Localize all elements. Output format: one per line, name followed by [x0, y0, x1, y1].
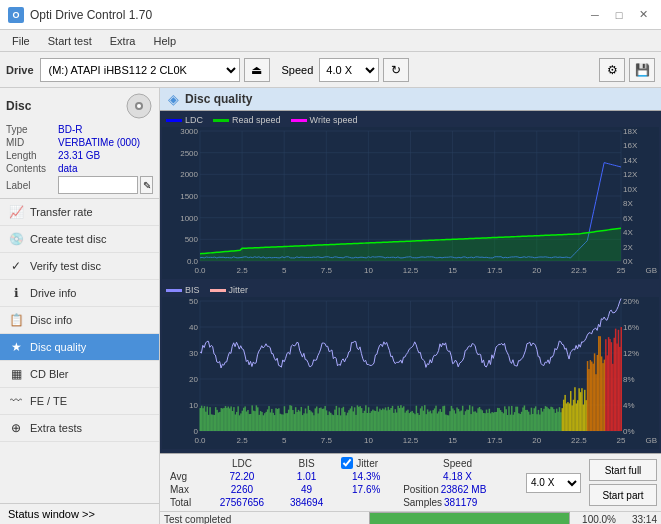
- nav-disc-quality-label: Disc quality: [30, 341, 86, 353]
- col-speed-header: Speed: [397, 456, 518, 470]
- bis-legend: BIS: [166, 285, 200, 295]
- avg-ldc: 72.20: [206, 470, 278, 483]
- label-label: Label: [6, 180, 58, 191]
- title-bar: O Opti Drive Control 1.70 ─ □ ✕: [0, 0, 661, 30]
- fe-te-icon: 〰: [8, 393, 24, 409]
- stats-speed-select[interactable]: 4.0 X 1.0 X 2.0 X: [526, 473, 581, 493]
- disc-panel: Disc Type BD-R MID VERBATIMe (000) Lengt…: [0, 88, 159, 199]
- nav-cd-bler[interactable]: ▦ CD Bler: [0, 361, 159, 388]
- menu-file[interactable]: File: [4, 33, 38, 49]
- jitter-legend: Jitter: [210, 285, 249, 295]
- read-speed-legend: Read speed: [213, 115, 281, 125]
- contents-label: Contents: [6, 163, 58, 174]
- charts-container: LDC Read speed Write speed: [160, 111, 661, 453]
- top-chart-canvas: [162, 127, 659, 279]
- nav-transfer-rate-label: Transfer rate: [30, 206, 93, 218]
- contents-value: data: [58, 163, 77, 174]
- drive-info-icon: ℹ: [8, 285, 24, 301]
- cd-bler-icon: ▦: [8, 366, 24, 382]
- status-window-button[interactable]: Status window >>: [0, 503, 159, 524]
- length-value: 23.31 GB: [58, 150, 100, 161]
- create-test-disc-icon: 💿: [8, 231, 24, 247]
- ldc-legend-label: LDC: [185, 115, 203, 125]
- nav-disc-quality[interactable]: ★ Disc quality: [0, 334, 159, 361]
- bottom-chart: BIS Jitter: [162, 283, 659, 451]
- mid-value: VERBATIMe (000): [58, 137, 140, 148]
- menu-bar: File Start test Extra Help: [0, 30, 661, 52]
- progress-bar: [369, 512, 570, 524]
- mid-label: MID: [6, 137, 58, 148]
- nav-drive-info[interactable]: ℹ Drive info: [0, 280, 159, 307]
- position-value: 23862 MB: [441, 484, 487, 495]
- svg-point-2: [137, 104, 141, 108]
- jitter-checkbox[interactable]: [341, 457, 353, 469]
- nav-disc-info[interactable]: 📋 Disc info: [0, 307, 159, 334]
- main-content: Disc Type BD-R MID VERBATIMe (000) Lengt…: [0, 88, 661, 524]
- start-full-button[interactable]: Start full: [589, 459, 657, 481]
- nav-disc-info-label: Disc info: [30, 314, 72, 326]
- content-area: ◈ Disc quality LDC Read speed: [160, 88, 661, 524]
- transfer-rate-icon: 📈: [8, 204, 24, 220]
- avg-jitter: 14.3%: [335, 470, 397, 483]
- time-text: 33:14: [622, 514, 657, 525]
- nav-extra-tests[interactable]: ⊕ Extra tests: [0, 415, 159, 442]
- nav-create-test-disc[interactable]: 💿 Create test disc: [0, 226, 159, 253]
- samples-value: 381179: [444, 497, 477, 508]
- nav-verify-test-disc[interactable]: ✓ Verify test disc: [0, 253, 159, 280]
- nav-fe-te[interactable]: 〰 FE / TE: [0, 388, 159, 415]
- type-value: BD-R: [58, 124, 82, 135]
- label-input[interactable]: [58, 176, 138, 194]
- col-bis-header: BIS: [278, 456, 336, 470]
- speed-select[interactable]: 4.0 X 1.0 X 2.0 X 6.0 X 8.0 X: [319, 58, 379, 82]
- nav-fe-te-label: FE / TE: [30, 395, 67, 407]
- settings-button[interactable]: ⚙: [599, 58, 625, 82]
- app-icon: O: [8, 7, 24, 23]
- stats-bar: LDC BIS Jitter Speed: [160, 453, 661, 511]
- avg-row-label: Avg: [164, 470, 206, 483]
- label-edit-button[interactable]: ✎: [140, 176, 153, 194]
- total-bis: 384694: [278, 496, 336, 509]
- drive-label: Drive: [6, 64, 34, 76]
- progress-fill: [370, 513, 569, 524]
- jitter-check-label[interactable]: Jitter: [341, 457, 391, 469]
- avg-speed: 4.18 X: [397, 470, 518, 483]
- disc-title: Disc: [6, 99, 31, 113]
- total-ldc: 27567656: [206, 496, 278, 509]
- max-bis: 49: [278, 483, 336, 496]
- menu-extra[interactable]: Extra: [102, 33, 144, 49]
- menu-help[interactable]: Help: [145, 33, 184, 49]
- top-chart: LDC Read speed Write speed: [162, 113, 659, 281]
- menu-start-test[interactable]: Start test: [40, 33, 100, 49]
- start-part-button[interactable]: Start part: [589, 484, 657, 506]
- nav-transfer-rate[interactable]: 📈 Transfer rate: [0, 199, 159, 226]
- chart-header: ◈ Disc quality: [160, 88, 661, 111]
- nav-cd-bler-label: CD Bler: [30, 368, 69, 380]
- verify-test-disc-icon: ✓: [8, 258, 24, 274]
- nav-verify-test-disc-label: Verify test disc: [30, 260, 101, 272]
- sidebar: Disc Type BD-R MID VERBATIMe (000) Lengt…: [0, 88, 160, 524]
- avg-bis: 1.01: [278, 470, 336, 483]
- nav-extra-tests-label: Extra tests: [30, 422, 82, 434]
- nav-drive-info-label: Drive info: [30, 287, 76, 299]
- col-ldc-header: LDC: [206, 456, 278, 470]
- eject-button[interactable]: ⏏: [244, 58, 270, 82]
- write-speed-legend: Write speed: [291, 115, 358, 125]
- progress-bar-container: Test completed 100.0% 33:14: [160, 511, 661, 524]
- extra-tests-icon: ⊕: [8, 420, 24, 436]
- close-button[interactable]: ✕: [633, 5, 653, 25]
- disc-quality-icon: ★: [8, 339, 24, 355]
- refresh-button[interactable]: ↻: [383, 58, 409, 82]
- bis-legend-label: BIS: [185, 285, 200, 295]
- status-window-label: Status window >>: [8, 508, 95, 520]
- maximize-button[interactable]: □: [609, 5, 629, 25]
- chart-header-icon: ◈: [168, 91, 179, 107]
- nav-items: 📈 Transfer rate 💿 Create test disc ✓ Ver…: [0, 199, 159, 503]
- drive-select[interactable]: (M:) ATAPI iHBS112 2 CL0K: [40, 58, 240, 82]
- toolbar: Drive (M:) ATAPI iHBS112 2 CL0K ⏏ Speed …: [0, 52, 661, 88]
- bottom-chart-canvas: [162, 297, 659, 449]
- samples-label: Samples: [403, 497, 442, 508]
- total-row-label: Total: [164, 496, 206, 509]
- save-button[interactable]: 💾: [629, 58, 655, 82]
- minimize-button[interactable]: ─: [585, 5, 605, 25]
- length-label: Length: [6, 150, 58, 161]
